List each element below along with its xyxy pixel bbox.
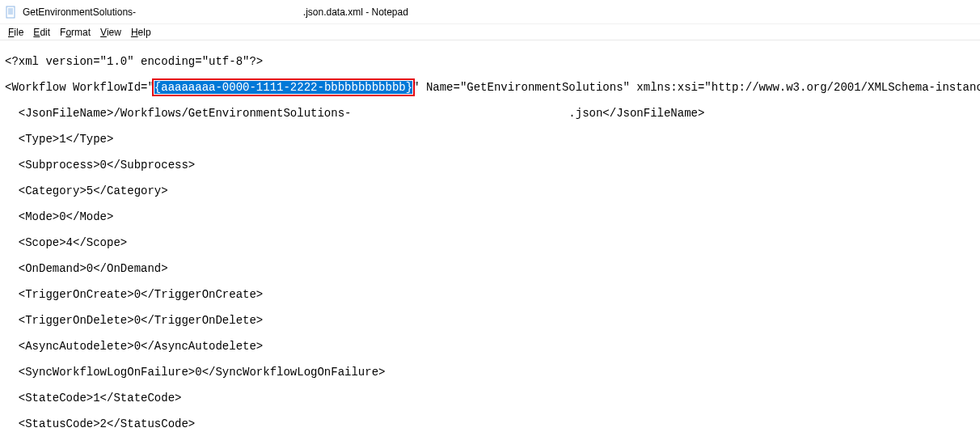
- xml-line: <AsyncAutodelete>0</AsyncAutodelete>: [5, 340, 975, 353]
- xml-line: <Category>5</Category>: [5, 184, 975, 197]
- xml-line: <StateCode>1</StateCode>: [5, 392, 975, 404]
- xml-line: <Mode>0</Mode>: [5, 210, 975, 223]
- menu-bar: File Edit Format View Help: [0, 24, 980, 40]
- xml-line: <Scope>4</Scope>: [5, 236, 975, 249]
- menu-edit[interactable]: Edit: [28, 25, 55, 40]
- menu-file[interactable]: File: [3, 25, 28, 40]
- window-title: GetEnvironmentSolutions- .json.data.xml …: [23, 6, 975, 18]
- xml-line: <SyncWorkflowLogOnFailure>0</SyncWorkflo…: [5, 366, 975, 379]
- xml-line: <StatusCode>2</StatusCode>: [5, 417, 975, 430]
- menu-format[interactable]: Format: [55, 25, 95, 40]
- xml-line: <Workflow WorkflowId="{aaaaaaaa-0000-111…: [5, 81, 975, 94]
- xml-line: <?xml version="1.0" encoding="utf-8"?>: [5, 55, 975, 68]
- menu-view[interactable]: View: [95, 25, 126, 40]
- xml-line: <TriggerOnDelete>0</TriggerOnDelete>: [5, 314, 975, 327]
- selected-workflow-id: {aaaaaaaa-0000-1111-2222-bbbbbbbbbbbb}: [154, 81, 412, 94]
- xml-line: <TriggerOnCreate>0</TriggerOnCreate>: [5, 288, 975, 301]
- xml-line: <JsonFileName>/Workflows/GetEnvironmentS…: [5, 107, 975, 120]
- xml-line: <Subprocess>0</Subprocess>: [5, 159, 975, 172]
- title-bar: GetEnvironmentSolutions- .json.data.xml …: [0, 0, 980, 24]
- xml-line: <Type>1</Type>: [5, 133, 975, 146]
- xml-line: <OnDemand>0</OnDemand>: [5, 262, 975, 275]
- text-editor-area[interactable]: <?xml version="1.0" encoding="utf-8"?> <…: [0, 40, 980, 432]
- menu-help[interactable]: Help: [126, 25, 156, 40]
- notepad-icon: [5, 6, 18, 19]
